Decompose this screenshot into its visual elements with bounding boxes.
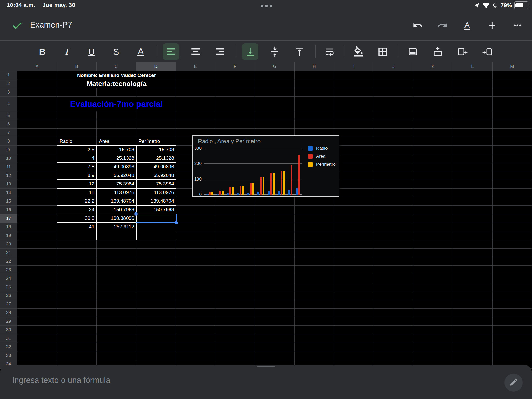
vertical-align-bottom-button[interactable] — [242, 43, 258, 60]
cell-name-line[interactable]: Nombre: Emiliano Valdez Cerecer — [57, 71, 176, 79]
row-header-5[interactable]: 5 — [0, 111, 17, 120]
row-header-31[interactable]: 31 — [0, 334, 17, 343]
wrap-text-button[interactable] — [321, 43, 338, 60]
column-header-H[interactable]: H — [295, 62, 334, 71]
table-cell-r9-c1[interactable]: 15.708 — [97, 145, 136, 154]
format-text-button[interactable]: A — [460, 19, 474, 32]
row-header-17[interactable]: 17 — [0, 214, 17, 223]
selection-handle-bottom-right[interactable] — [175, 221, 178, 224]
redo-button[interactable] — [436, 19, 449, 32]
grid-row-24[interactable] — [17, 274, 532, 283]
row-header-32[interactable]: 32 — [0, 343, 17, 351]
grid-row-20[interactable] — [17, 240, 532, 249]
row-header-13[interactable]: 13 — [0, 180, 17, 189]
table-cell-r17-c1[interactable]: 190.38096 — [97, 214, 136, 223]
table-cell-r18-c1[interactable]: 257.6112 — [97, 223, 136, 231]
column-header-J[interactable]: J — [374, 62, 413, 71]
align-right-button[interactable] — [212, 43, 229, 60]
table-cell-r15-c0[interactable]: 22.2 — [57, 197, 97, 205]
document-title[interactable]: Examen-P7 — [30, 20, 72, 30]
row-header-1[interactable]: 1 — [0, 71, 17, 79]
row-header-2[interactable]: 2 — [0, 79, 17, 88]
row-header-20[interactable]: 20 — [0, 240, 17, 249]
table-header-area[interactable]: Area — [97, 137, 136, 145]
column-header-C[interactable]: C — [97, 62, 136, 71]
more-button[interactable] — [511, 19, 524, 32]
fill-color-button[interactable] — [350, 43, 367, 60]
insert-column-left-button[interactable] — [479, 43, 496, 60]
table-cell-r19-c0[interactable] — [57, 231, 97, 240]
table-cell-r18-c2[interactable] — [137, 223, 176, 231]
bold-button[interactable]: B — [34, 43, 51, 60]
column-header-I[interactable]: I — [334, 62, 374, 71]
table-cell-r12-c2[interactable]: 55.92048 — [137, 171, 176, 180]
grid-row-23[interactable] — [17, 266, 532, 274]
table-cell-r14-c1[interactable]: 113.0976 — [97, 188, 136, 197]
row-header-7[interactable]: 7 — [0, 129, 17, 137]
column-header-G[interactable]: G — [255, 62, 294, 71]
align-center-button[interactable] — [187, 43, 204, 60]
column-header-D[interactable]: D — [136, 62, 176, 71]
table-cell-r12-c0[interactable]: 8.9 — [57, 171, 97, 180]
insert-row-above-button[interactable] — [429, 43, 446, 60]
align-left-button[interactable] — [163, 43, 179, 60]
row-header-9[interactable]: 9 — [0, 146, 17, 154]
undo-button[interactable] — [411, 19, 424, 32]
grid-row-3[interactable] — [17, 88, 532, 97]
column-header-E[interactable]: E — [176, 62, 215, 71]
table-cell-r18-c0[interactable]: 41 — [57, 223, 97, 231]
column-header-M[interactable]: M — [493, 62, 532, 71]
row-header-21[interactable]: 21 — [0, 249, 17, 257]
table-cell-r13-c2[interactable]: 75.3984 — [137, 180, 176, 188]
table-header-radio[interactable]: Radio — [57, 137, 96, 145]
italic-button[interactable]: I — [59, 43, 75, 60]
row-header-16[interactable]: 16 — [0, 206, 17, 214]
table-cell-r15-c2[interactable]: 139.48704 — [137, 197, 176, 205]
table-cell-r11-c0[interactable]: 7.8 — [57, 163, 97, 171]
grid-row-28[interactable] — [17, 309, 532, 317]
column-header-A[interactable]: A — [17, 62, 57, 71]
table-cell-r9-c2[interactable]: 15.708 — [137, 145, 176, 154]
row-header-29[interactable]: 29 — [0, 317, 17, 326]
grid-row-33[interactable] — [17, 351, 532, 360]
row-header-33[interactable]: 33 — [0, 351, 17, 360]
row-header-11[interactable]: 11 — [0, 163, 17, 171]
table-cell-r15-c1[interactable]: 139.48704 — [97, 197, 136, 205]
row-header-3[interactable]: 3 — [0, 88, 17, 97]
edit-button[interactable] — [504, 374, 523, 392]
table-cell-r16-c1[interactable]: 150.7968 — [97, 205, 136, 214]
insert-column-right-button[interactable] — [454, 43, 471, 60]
strikethrough-button[interactable]: S — [108, 43, 124, 60]
row-header-15[interactable]: 15 — [0, 197, 17, 206]
row-header-23[interactable]: 23 — [0, 266, 17, 274]
select-all-corner[interactable] — [0, 62, 17, 71]
row-header-22[interactable]: 22 — [0, 257, 17, 266]
grid-row-6[interactable] — [17, 120, 532, 129]
grid-row-30[interactable] — [17, 326, 532, 334]
table-cell-r10-c2[interactable]: 25.1328 — [137, 154, 176, 163]
row-header-24[interactable]: 24 — [0, 274, 17, 283]
row-header-14[interactable]: 14 — [0, 189, 17, 197]
row-header-12[interactable]: 12 — [0, 171, 17, 180]
table-cell-r16-c0[interactable]: 24 — [57, 205, 97, 214]
row-header-10[interactable]: 10 — [0, 154, 17, 163]
table-cell-r13-c1[interactable]: 75.3984 — [97, 180, 136, 188]
row-header-27[interactable]: 27 — [0, 300, 17, 309]
table-cell-r13-c0[interactable]: 12 — [57, 180, 97, 188]
column-header-K[interactable]: K — [413, 62, 453, 71]
underline-button[interactable]: U — [83, 43, 100, 60]
embedded-chart[interactable]: Radio , Area y Perímetro 0100200300 Radi… — [192, 135, 339, 197]
table-cell-r19-c1[interactable] — [97, 231, 136, 240]
column-header-F[interactable]: F — [215, 62, 255, 71]
row-header-18[interactable]: 18 — [0, 223, 17, 231]
grid-row-26[interactable] — [17, 291, 532, 300]
grid-row-21[interactable] — [17, 249, 532, 257]
row-header-19[interactable]: 19 — [0, 231, 17, 240]
table-cell-r14-c2[interactable]: 113.0976 — [137, 188, 176, 197]
selected-cell-d17[interactable] — [136, 214, 177, 223]
table-cell-r11-c2[interactable]: 49.00896 — [137, 163, 176, 171]
table-cell-r12-c1[interactable]: 55.92048 — [97, 171, 136, 180]
table-cell-r10-c0[interactable]: 4 — [57, 154, 97, 163]
table-cell-r10-c1[interactable]: 25.1328 — [97, 154, 136, 163]
text-color-button[interactable]: A — [132, 43, 149, 60]
